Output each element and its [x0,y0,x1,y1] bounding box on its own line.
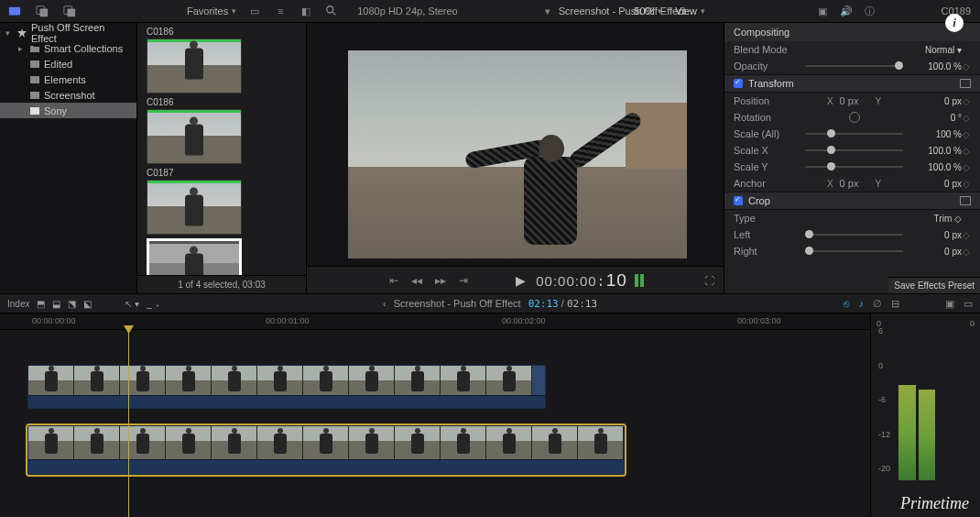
thumb-image[interactable] [147,180,242,235]
event-icon [30,75,39,84]
ruler-tick: 00:00:01:00 [266,316,310,325]
audio-level-bars [898,334,935,480]
checkbox-icon[interactable] [734,79,743,88]
index-button[interactable]: Index [7,299,29,309]
row-anchor[interactable]: AnchorX0 pxY0 px◇ [724,175,980,192]
disclosure-icon[interactable]: ▸ [18,44,26,53]
step-fwd-icon[interactable]: ▸▸ [432,274,449,287]
library-root-label: Push Off Screen Effect [31,22,133,44]
sidebar-item-sony[interactable]: Sony [0,103,136,118]
thumb-image[interactable] [147,109,242,164]
search-icon[interactable] [324,4,339,18]
sidebar-label: Edited [44,59,72,70]
titles-icon[interactable] [62,4,77,18]
row-crop-type[interactable]: TypeTrim ◇ [724,210,980,226]
browser-thumb[interactable]: C0186 [147,27,297,94]
step-back-icon[interactable]: ◂◂ [408,274,425,287]
effects-browser-icon[interactable]: ▣ [945,298,954,310]
fullscreen-icon[interactable]: ⛶ [704,275,714,286]
onscreen-controls-icon[interactable] [960,79,971,88]
event-icon [30,91,39,100]
svg-marker-7 [17,28,27,38]
append-clip-icon[interactable]: ⬔ [68,299,76,309]
clip-browser: C0186 C0186 C0187 C0189 1 of 4 selected,… [137,23,307,293]
solo-icon[interactable]: ∅ [873,298,882,310]
timeline-clip-primary[interactable]: C0186 [27,425,625,475]
play-icon[interactable]: ▶ [513,273,528,288]
browser-thumb[interactable]: C0187 [147,168,297,235]
sidebar-item-screenshot[interactable]: Screenshot [0,87,136,103]
checkbox-icon[interactable] [734,196,743,205]
sidebar-item-elements[interactable]: Elements [0,72,136,87]
view-dropdown[interactable]: View▾ [675,6,705,16]
favorites-dropdown[interactable]: Favorites▾ [187,6,236,16]
info-inspector-icon[interactable]: ⓘ [863,4,877,18]
section-transform-header[interactable]: Transform [724,74,980,93]
sidebar-label: Elements [44,74,86,85]
sidebar-item-edited[interactable]: Edited [0,56,136,72]
timeline-panel[interactable]: 00:00:00:00 00:00:01:00 00:00:02:00 00:0… [0,314,870,517]
row-rotation[interactable]: Rotation0 °◇ [724,109,980,126]
row-scale-y[interactable]: Scale Y100.0 %◇ [724,159,980,175]
thumb-label: C0186 [147,27,297,37]
viewer-timecode: 00:00:00:10 [536,270,627,291]
row-position[interactable]: PositionX0 pxY0 px◇ [724,93,980,109]
timeline-back-icon[interactable]: ‹ [383,298,387,309]
rotation-dial-icon[interactable] [849,112,860,123]
viewer-canvas[interactable] [348,50,687,258]
photos-icon[interactable] [35,4,49,18]
library-root[interactable]: ▾ Push Off Screen Effect [0,25,136,40]
timeline-duration: 02:13 [567,298,597,310]
sidebar-item-smart[interactable]: ▸Smart Collections [0,40,136,56]
star-icon [17,28,27,38]
playhead-sync-icon[interactable]: ▾ [545,6,550,16]
trim-tool-icon[interactable]: ⎯ ▾ [147,299,160,309]
timeline-toolbar: Index ⬒ ⬓ ⬔ ⬕ ↖ ▾ ⎯ ▾ ‹ Screenshot - Pus… [0,293,980,314]
row-crop-left[interactable]: Left0 px◇ [724,226,980,243]
clip-appearance-icon[interactable]: ◧ [299,4,313,18]
save-effects-preset-button[interactable]: Save Effects Preset [888,277,980,293]
next-edit-icon[interactable]: ⇥ [456,274,471,287]
filmstrip-view-icon[interactable]: ▭ [247,4,262,18]
onscreen-controls-icon[interactable] [960,196,971,205]
viewer-transport: ⇤ ◂◂ ▸▸ ⇥ ▶ 00:00:00:10 ⛶ [307,266,724,293]
prev-edit-icon[interactable]: ⇤ [387,274,401,287]
row-crop-right[interactable]: Right0 px◇ [724,243,980,259]
section-crop-header[interactable]: Crop [724,192,980,210]
skimming-icon[interactable]: ⎋ [844,298,850,309]
playhead[interactable] [128,330,129,517]
audio-inspector-icon[interactable]: 🔊 [839,4,854,18]
library-sidebar: ▾ Push Off Screen Effect ▸Smart Collecti… [0,23,137,293]
row-scale-all[interactable]: Scale (All)100 %◇ [724,126,980,142]
browser-thumb[interactable]: C0186 [147,97,297,164]
zoom-dropdown[interactable]: 50%▾ [634,6,662,16]
row-scale-x[interactable]: Scale X100.0 %◇ [724,142,980,159]
arrow-tool-icon[interactable]: ↖ ▾ [125,299,139,309]
scale-tick: -12 [878,430,890,439]
svg-rect-9 [30,76,39,83]
insert-clip-icon[interactable]: ⬓ [52,299,60,309]
svg-point-5 [327,6,333,13]
audio-skimming-icon[interactable]: ♪ [859,298,865,309]
list-view-icon[interactable]: ≡ [273,4,288,18]
thumb-image[interactable] [147,38,242,94]
scale-tick: 6 [878,326,890,336]
video-inspector-icon[interactable]: ▣ [815,4,830,18]
transitions-browser-icon[interactable]: ▭ [964,298,973,310]
scale-tick: -6 [878,395,890,404]
overwrite-clip-icon[interactable]: ⬕ [83,299,92,309]
ruler-tick: 00:00:03:00 [737,316,781,325]
svg-line-6 [332,12,336,16]
ruler-tick: 00:00:00:00 [32,316,76,325]
event-icon [30,106,39,116]
format-label: 1080p HD 24p, Stereo [357,6,457,16]
snapping-icon[interactable]: ⊟ [891,298,899,310]
info-badge-icon[interactable]: i [945,14,964,32]
disclosure-icon[interactable]: ▾ [5,28,13,38]
row-opacity[interactable]: Opacity100.0 %◇ [724,58,980,74]
connect-clip-icon[interactable]: ⬒ [37,299,45,309]
timeline-clip-connected[interactable]: C0189 [27,365,546,409]
watermark-text: Primetime [900,494,969,513]
library-icon[interactable] [7,4,22,18]
row-blend-mode[interactable]: Blend ModeNormal ▾ [724,41,980,58]
